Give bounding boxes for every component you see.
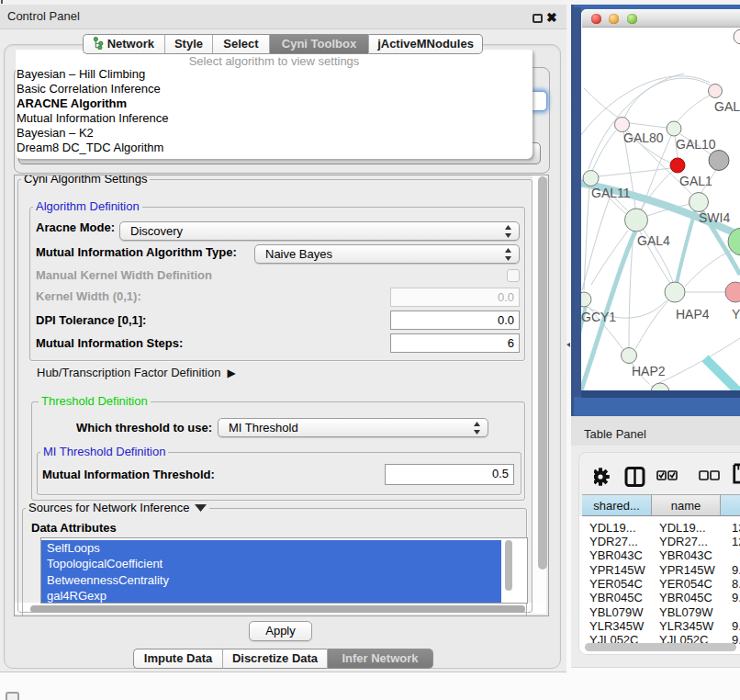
svg-text:GAL11: GAL11 [591,186,631,200]
svg-text:GAL1: GAL1 [679,174,712,188]
svg-text:GCY1: GCY1 [581,310,616,324]
svg-text:SWI4: SWI4 [699,210,730,225]
svg-text:GAL10: GAL10 [676,137,716,152]
svg-text:YJ: YJ [732,307,740,322]
svg-text:GAL80: GAL80 [623,130,664,145]
svg-text:HAP2: HAP2 [632,364,666,378]
svg-text:GAL4: GAL4 [637,233,670,248]
svg-text:GAL7: GAL7 [714,99,740,114]
svg-text:HAP4: HAP4 [676,307,710,322]
